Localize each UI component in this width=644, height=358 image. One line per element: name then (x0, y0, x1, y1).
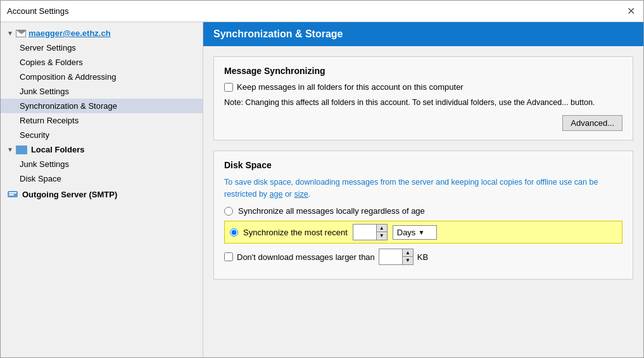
keep-messages-row: Keep messages in all folders for this ac… (224, 82, 622, 92)
sidebar-item-junk-local[interactable]: Junk Settings (1, 157, 203, 171)
junk-local-label: Junk Settings (20, 159, 69, 169)
disk-space-section: Disk Space To save disk space, downloadi… (213, 151, 633, 280)
sync-value-down[interactable]: ▼ (377, 232, 387, 240)
message-sync-title: Message Synchronizing (224, 66, 622, 76)
disk-space-label: Disk Space (20, 174, 61, 183)
return-receipts-label: Return Receipts (20, 116, 79, 125)
advanced-btn-row: Advanced... (224, 115, 622, 131)
sidebar-item-copies-folders[interactable]: Copies & Folders (1, 55, 203, 70)
local-folders-label: Local Folders (31, 145, 85, 154)
sidebar-item-junk-settings[interactable]: Junk Settings (1, 84, 203, 99)
disk-space-title: Disk Space (224, 160, 622, 170)
sync-value-up[interactable]: ▲ (377, 225, 387, 232)
content-area: ▼ maegger@ee.ethz.ch Server Settings Cop… (1, 22, 643, 357)
smtp-icon (7, 188, 18, 200)
radio-recent-label: Synchronize the most recent (243, 228, 348, 237)
local-folders-header[interactable]: ▼ Local Folders (1, 142, 203, 157)
junk-settings-label: Junk Settings (20, 87, 69, 96)
sidebar-item-composition-addressing[interactable]: Composition & Addressing (1, 70, 203, 84)
radio-recent-row: Synchronize the most recent 1 ▲ ▼ Days ▼ (224, 221, 622, 244)
account-email[interactable]: maegger@ee.ethz.ch (28, 28, 111, 38)
account-settings-window: Account Settings ✕ ▼ maegger@ee.ethz.ch … (0, 0, 644, 358)
size-value-input[interactable]: 50 (379, 249, 402, 264)
sync-note: Note: Changing this affects all folders … (224, 97, 622, 109)
message-sync-section: Message Synchronizing Keep messages in a… (213, 56, 633, 140)
size-spinbox-arrows: ▲ ▼ (402, 249, 413, 264)
account-expand-icon: ▼ (7, 30, 13, 37)
age-link[interactable]: age (270, 190, 283, 199)
radio-recent[interactable] (230, 228, 238, 237)
svg-rect-1 (9, 192, 16, 194)
sidebar-item-sync-storage[interactable]: Synchronization & Storage (1, 99, 203, 113)
sidebar-item-outgoing-server[interactable]: Outgoing Server (SMTP) (1, 186, 203, 202)
keep-messages-label: Keep messages in all folders for this ac… (237, 82, 464, 92)
sync-spinbox-arrows: ▲ ▼ (376, 225, 387, 240)
title-bar: Account Settings ✕ (1, 1, 643, 22)
size-link[interactable]: size (294, 190, 308, 199)
sidebar-item-server-settings[interactable]: Server Settings (1, 40, 203, 55)
size-value-down[interactable]: ▼ (403, 257, 413, 264)
panel-body: Message Synchronizing Keep messages in a… (203, 46, 643, 290)
email-icon (16, 30, 26, 37)
radio-all-messages-row: Synchronize all messages locally regardl… (224, 206, 622, 216)
radio-all-messages[interactable] (224, 207, 233, 216)
outgoing-server-label: Outgoing Server (SMTP) (22, 190, 117, 199)
radio-all-messages-label: Synchronize all messages locally regardl… (238, 206, 425, 216)
server-settings-label: Server Settings (20, 43, 76, 52)
sync-storage-label: Synchronization & Storage (20, 101, 117, 111)
sidebar-item-return-receipts[interactable]: Return Receipts (1, 113, 203, 128)
advanced-button[interactable]: Advanced... (562, 115, 622, 131)
size-spinbox: 50 ▲ ▼ (379, 249, 414, 265)
sidebar-item-security[interactable]: Security (1, 128, 203, 142)
no-download-row: Don't download messages larger than 50 ▲… (224, 249, 622, 265)
keep-messages-checkbox[interactable] (224, 83, 233, 92)
sync-unit-dropdown-icon: ▼ (418, 229, 424, 236)
security-label: Security (20, 130, 49, 140)
sync-unit-label: Days (397, 228, 416, 237)
local-folders-expand-icon: ▼ (7, 146, 13, 153)
sidebar-item-disk-space[interactable]: Disk Space (1, 171, 203, 186)
disk-description: To save disk space, downloading messages… (224, 176, 622, 201)
size-value-up[interactable]: ▲ (403, 249, 413, 257)
sidebar: ▼ maegger@ee.ethz.ch Server Settings Cop… (1, 22, 203, 357)
no-download-checkbox[interactable] (224, 252, 233, 261)
svg-rect-2 (9, 194, 14, 195)
window-title: Account Settings (7, 6, 69, 16)
close-button[interactable]: ✕ (624, 5, 637, 18)
panel-header: Synchronization & Storage (203, 22, 643, 46)
size-unit-label: KB (417, 252, 428, 262)
composition-addressing-label: Composition & Addressing (20, 72, 116, 82)
sync-value-spinbox: 1 ▲ ▼ (353, 224, 388, 240)
local-folders-icon (16, 145, 27, 154)
sync-unit-select[interactable]: Days ▼ (393, 225, 437, 240)
no-download-label: Don't download messages larger than (237, 252, 375, 262)
account-header[interactable]: ▼ maegger@ee.ethz.ch (1, 26, 203, 40)
main-panel: Synchronization & Storage Message Synchr… (203, 22, 643, 357)
copies-folders-label: Copies & Folders (20, 58, 83, 67)
sync-value-input[interactable]: 1 (353, 225, 376, 240)
